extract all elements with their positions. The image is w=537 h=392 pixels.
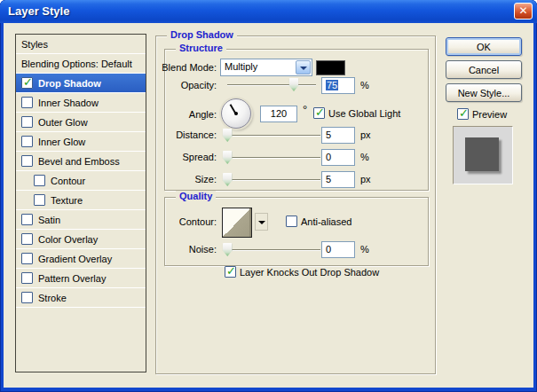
sidebar-item-bevel-and-emboss[interactable]: Bevel and Emboss [16, 152, 146, 171]
titlebar[interactable]: Layer Style ✕ [0, 0, 537, 23]
ok-button[interactable]: OK [446, 37, 522, 56]
close-icon[interactable]: ✕ [514, 3, 533, 20]
style-enable-checkbox[interactable] [21, 136, 33, 147]
style-enable-checkbox[interactable] [21, 292, 33, 303]
blend-mode-label: Blend Mode: [137, 62, 217, 73]
size-label: Size: [137, 174, 217, 184]
sidebar-item-blending-options-default[interactable]: Blending Options: Default [16, 54, 146, 74]
size-unit: px [360, 174, 371, 184]
noise-label: Noise: [137, 244, 217, 255]
sidebar-item-styles[interactable]: Styles [16, 35, 146, 54]
sidebar-item-label: Satin [38, 215, 60, 225]
contour-thumbnail[interactable] [222, 208, 252, 238]
style-preview-thumbnail [453, 126, 513, 184]
contour-label: Contour: [137, 216, 217, 227]
use-global-light-checkbox[interactable] [313, 107, 325, 119]
sidebar-item-texture[interactable]: Texture [16, 191, 146, 210]
sidebar-item-outer-glow[interactable]: Outer Glow [16, 113, 146, 132]
sidebar-item-label: Texture [51, 195, 83, 206]
layer-knocks-out-checkbox[interactable] [225, 266, 236, 278]
angle-value: 120 [271, 108, 287, 119]
style-enable-checkbox[interactable] [21, 116, 33, 128]
sidebar-item-label: Gradient Overlay [38, 254, 112, 264]
size-slider[interactable] [225, 173, 320, 186]
spread-label: Spread: [137, 152, 217, 162]
sidebar-item-label: Outer Glow [38, 117, 88, 128]
opacity-unit: % [360, 80, 369, 90]
opacity-label: Opacity: [137, 80, 217, 90]
angle-label: Angle: [137, 109, 217, 120]
preview-label: Preview [472, 109, 507, 120]
blend-mode-value: Multiply [225, 61, 257, 72]
style-enable-checkbox[interactable] [21, 253, 33, 264]
anti-aliased-label: Anti-aliased [301, 216, 351, 227]
sidebar-item-label: Pattern Overlay [38, 273, 106, 284]
sidebar-item-satin[interactable]: Satin [16, 210, 146, 230]
sidebar-item-label: Inner Shadow [38, 98, 99, 108]
sidebar-item-gradient-overlay[interactable]: Gradient Overlay [16, 249, 146, 269]
layer-style-dialog: Layer Style ✕ Styles Blending Options: D… [0, 0, 537, 392]
sidebar-item-inner-shadow[interactable]: Inner Shadow [16, 93, 146, 113]
style-enable-checkbox[interactable] [21, 77, 33, 89]
anti-aliased-checkbox[interactable] [286, 216, 297, 227]
contour-picker-arrow-icon[interactable] [255, 213, 268, 231]
spread-slider-thumb[interactable] [223, 151, 233, 164]
sidebar-item-inner-glow[interactable]: Inner Glow [16, 132, 146, 152]
quality-group-title: Quality [176, 191, 216, 201]
angle-unit: ° [303, 103, 307, 116]
noise-slider-thumb[interactable] [223, 243, 233, 256]
style-enable-checkbox[interactable] [34, 175, 45, 186]
distance-slider-thumb[interactable] [223, 129, 233, 142]
drop-shadow-group-title: Drop Shadow [167, 29, 237, 40]
noise-slider[interactable] [225, 243, 320, 256]
sidebar-item-drop-shadow[interactable]: Drop Shadow [16, 74, 146, 93]
sidebar-item-contour[interactable]: Contour [16, 171, 146, 191]
distance-input[interactable]: 5 [321, 127, 355, 144]
shadow-color-swatch[interactable] [316, 60, 345, 75]
noise-value: 0 [326, 244, 331, 255]
sidebar-item-label: Drop Shadow [38, 78, 101, 89]
spread-slider[interactable] [225, 151, 320, 164]
angle-dial[interactable] [221, 98, 251, 129]
preview-shadow-square [465, 137, 499, 171]
sidebar-item-color-overlay[interactable]: Color Overlay [16, 230, 146, 249]
use-global-light-label: Use Global Light [328, 108, 400, 119]
structure-group-title: Structure [176, 43, 226, 53]
noise-unit: % [360, 244, 369, 255]
spread-value: 0 [326, 152, 331, 162]
chevron-down-icon[interactable] [296, 60, 311, 74]
style-enable-checkbox[interactable] [21, 233, 33, 245]
layer-knocks-out-label: Layer Knocks Out Drop Shadow [240, 267, 379, 278]
style-enable-checkbox[interactable] [21, 272, 33, 284]
sidebar-item-label: Bevel and Emboss [38, 156, 120, 167]
angle-input[interactable]: 120 [260, 106, 297, 122]
sidebar-item-label: Blending Options: Default [21, 59, 132, 69]
size-slider-thumb[interactable] [223, 173, 233, 186]
style-enable-checkbox[interactable] [21, 214, 33, 225]
style-enable-checkbox[interactable] [34, 194, 45, 206]
sidebar-item-stroke[interactable]: Stroke [16, 288, 146, 308]
opacity-slider[interactable] [227, 78, 316, 91]
preview-checkbox[interactable] [457, 108, 469, 120]
style-enable-checkbox[interactable] [21, 97, 33, 108]
new-style-button[interactable]: New Style... [446, 83, 522, 102]
opacity-input[interactable]: 75 [321, 77, 355, 94]
sidebar-item-pattern-overlay[interactable]: Pattern Overlay [16, 269, 146, 288]
size-value: 5 [326, 174, 331, 184]
cancel-button[interactable]: Cancel [446, 60, 522, 79]
style-enable-checkbox[interactable] [21, 155, 33, 167]
sidebar-item-label: Stroke [38, 293, 67, 303]
size-input[interactable]: 5 [321, 171, 355, 188]
noise-input[interactable]: 0 [321, 241, 355, 258]
distance-value: 5 [326, 129, 331, 140]
spread-input[interactable]: 0 [321, 149, 355, 166]
opacity-value: 75 [326, 80, 338, 90]
spread-unit: % [360, 152, 369, 162]
sidebar-item-label: Inner Glow [38, 137, 85, 147]
angle-dial-center [234, 112, 238, 115]
styles-list: Styles Blending Options: Default Drop Sh… [15, 34, 146, 372]
distance-slider[interactable] [225, 129, 320, 142]
opacity-slider-thumb[interactable] [289, 78, 299, 91]
blend-mode-select[interactable]: Multiply [220, 59, 312, 76]
sidebar-item-label: Contour [51, 176, 85, 186]
